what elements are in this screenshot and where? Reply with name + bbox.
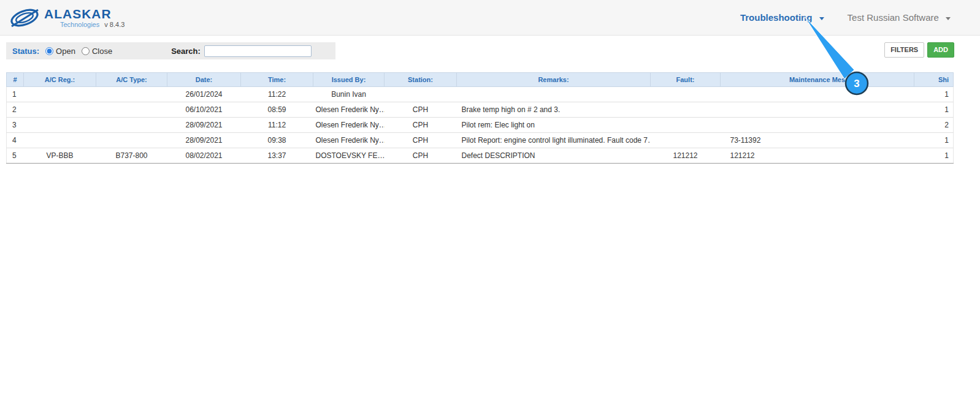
table-cell: 1 bbox=[914, 133, 954, 148]
table-cell: DOSTOEVSKY FE… bbox=[313, 148, 385, 164]
status-radio-group: OpenClose bbox=[45, 47, 112, 56]
status-label: Status: bbox=[12, 47, 39, 56]
column-header[interactable]: Maintenance Mes bbox=[721, 73, 914, 87]
table-cell: Pilot rem: Elec light on bbox=[457, 118, 651, 133]
table-cell: CPH bbox=[385, 118, 457, 133]
search-input[interactable] bbox=[204, 45, 312, 57]
toolbar-buttons: FILTERS ADD bbox=[884, 42, 954, 58]
table-cell: Olesen Frederik Ny… bbox=[313, 102, 385, 118]
table-cell bbox=[96, 102, 167, 118]
radio-open[interactable] bbox=[45, 47, 53, 55]
radio-label: Open bbox=[56, 47, 75, 56]
table-cell: 2 bbox=[7, 102, 24, 118]
table-cell: VP-BBB bbox=[24, 148, 96, 164]
table-cell bbox=[96, 118, 167, 133]
status-radio-open[interactable]: Open bbox=[45, 47, 75, 56]
column-header[interactable]: # bbox=[7, 73, 24, 87]
table-cell: 5 bbox=[7, 148, 24, 164]
table-cell bbox=[721, 102, 914, 118]
column-header[interactable]: Shi bbox=[914, 73, 954, 87]
table-cell: Olesen Frederik Ny… bbox=[313, 118, 385, 133]
table-cell bbox=[24, 102, 96, 118]
table-cell: 121212 bbox=[721, 148, 914, 164]
table-cell: Olesen Frederik Ny… bbox=[313, 133, 385, 148]
table-cell: 09:38 bbox=[241, 133, 313, 148]
chevron-down-icon bbox=[946, 17, 951, 20]
table-cell: 1 bbox=[914, 102, 954, 118]
nav-user-menu-label: Test Russian Software bbox=[848, 12, 939, 23]
table-row[interactable]: 206/10/202108:59Olesen Frederik Ny…CPHBr… bbox=[7, 102, 954, 118]
alaskar-logo-icon bbox=[9, 5, 42, 31]
defects-table-wrap: #A/C Reg.:A/C Type:Date:Time:Issued By:S… bbox=[6, 72, 954, 164]
table-cell: CPH bbox=[385, 102, 457, 118]
table-cell: B737-800 bbox=[96, 148, 167, 164]
table-cell bbox=[721, 87, 914, 102]
brand-subtitle: Technologies bbox=[60, 21, 99, 28]
defects-table-body: 126/01/202411:22Bunin Ivan1206/10/202108… bbox=[7, 87, 954, 164]
chevron-down-icon bbox=[819, 17, 824, 20]
radio-label: Close bbox=[92, 47, 112, 56]
table-row[interactable]: 428/09/202109:38Olesen Frederik Ny…CPHPi… bbox=[7, 133, 954, 148]
toolbar: Status: OpenClose Search: FILTERS ADD bbox=[0, 36, 980, 66]
table-cell: Defect DESCRIPTION bbox=[457, 148, 651, 164]
table-cell bbox=[651, 102, 721, 118]
table-row[interactable]: 126/01/202411:22Bunin Ivan1 bbox=[7, 87, 954, 102]
table-cell: 13:37 bbox=[241, 148, 313, 164]
table-cell: Brake temp high on # 2 and 3. bbox=[457, 102, 651, 118]
table-cell bbox=[651, 133, 721, 148]
table-cell bbox=[385, 87, 457, 102]
table-cell bbox=[96, 133, 167, 148]
table-cell: 11:22 bbox=[241, 87, 313, 102]
column-header[interactable]: Remarks: bbox=[457, 73, 651, 87]
defects-table: #A/C Reg.:A/C Type:Date:Time:Issued By:S… bbox=[6, 72, 954, 164]
column-header[interactable]: Issued By: bbox=[313, 73, 385, 87]
app-header: ALASKAR Technologies v 8.4.3 Troubleshoo… bbox=[0, 0, 980, 36]
table-cell bbox=[24, 133, 96, 148]
table-cell: 08/02/2021 bbox=[167, 148, 241, 164]
column-header[interactable]: Station: bbox=[385, 73, 457, 87]
alaskar-logo: ALASKAR Technologies v 8.4.3 bbox=[9, 5, 124, 31]
table-cell: 3 bbox=[7, 118, 24, 133]
radio-close[interactable] bbox=[82, 47, 90, 55]
column-header[interactable]: Fault: bbox=[651, 73, 721, 87]
nav-user-menu[interactable]: Test Russian Software bbox=[848, 12, 951, 23]
table-cell: 2 bbox=[914, 118, 954, 133]
table-cell: CPH bbox=[385, 133, 457, 148]
table-cell bbox=[651, 118, 721, 133]
table-cell: 1 bbox=[914, 87, 954, 102]
column-header[interactable]: Time: bbox=[241, 73, 313, 87]
table-cell: 28/09/2021 bbox=[167, 118, 241, 133]
table-cell: 73-11392 bbox=[721, 133, 914, 148]
search-label: Search: bbox=[171, 47, 201, 56]
column-header[interactable]: Date: bbox=[167, 73, 241, 87]
table-cell: Bunin Ivan bbox=[313, 87, 385, 102]
table-cell: 28/09/2021 bbox=[167, 133, 241, 148]
table-cell: 4 bbox=[7, 133, 24, 148]
status-radio-close[interactable]: Close bbox=[82, 47, 112, 56]
logo-text: ALASKAR Technologies v 8.4.3 bbox=[44, 7, 124, 28]
table-head-row: #A/C Reg.:A/C Type:Date:Time:Issued By:S… bbox=[7, 73, 954, 87]
table-cell: 26/01/2024 bbox=[167, 87, 241, 102]
filters-button[interactable]: FILTERS bbox=[884, 42, 924, 58]
table-cell: 06/10/2021 bbox=[167, 102, 241, 118]
status-search-box: Status: OpenClose Search: bbox=[6, 42, 335, 59]
table-cell: 11:12 bbox=[241, 118, 313, 133]
table-cell: 121212 bbox=[651, 148, 721, 164]
table-cell: CPH bbox=[385, 148, 457, 164]
table-cell bbox=[96, 87, 167, 102]
table-cell bbox=[24, 87, 96, 102]
table-cell bbox=[24, 118, 96, 133]
table-row[interactable]: 5VP-BBBB737-80008/02/202113:37DOSTOEVSKY… bbox=[7, 148, 954, 164]
nav-troubleshooting[interactable]: Troubleshooting bbox=[740, 12, 824, 23]
top-nav: Troubleshooting Test Russian Software bbox=[740, 12, 951, 23]
column-header[interactable]: A/C Type: bbox=[96, 73, 167, 87]
table-cell bbox=[651, 87, 721, 102]
app-version: v 8.4.3 bbox=[104, 21, 124, 28]
column-header[interactable]: A/C Reg.: bbox=[24, 73, 96, 87]
table-cell: 08:59 bbox=[241, 102, 313, 118]
table-cell bbox=[457, 87, 651, 102]
brand-name: ALASKAR bbox=[44, 7, 124, 20]
add-button[interactable]: ADD bbox=[927, 42, 954, 58]
table-cell: Pilot Report: engine control light illum… bbox=[457, 133, 651, 148]
table-row[interactable]: 328/09/202111:12Olesen Frederik Ny…CPHPi… bbox=[7, 118, 954, 133]
